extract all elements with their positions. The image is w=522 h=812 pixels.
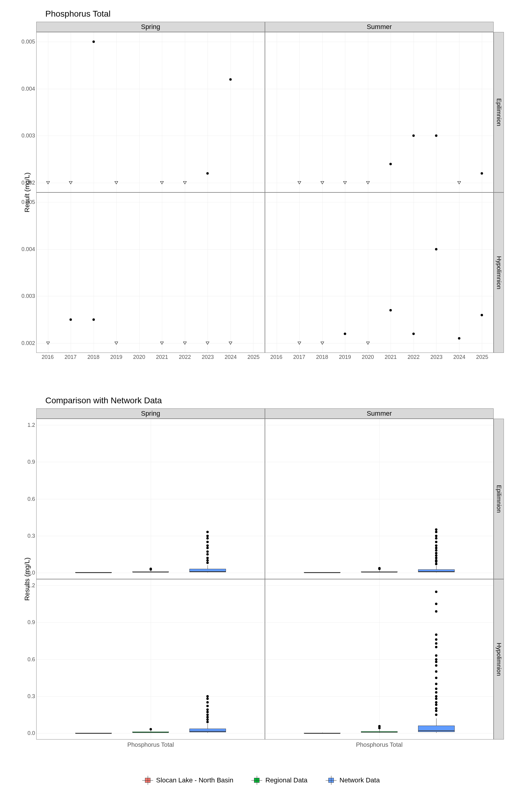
chart1-panel-summer-epi	[265, 32, 494, 192]
outlier-marker	[206, 697, 209, 700]
nondetect-marker	[298, 342, 301, 345]
outlier-marker	[435, 591, 437, 593]
outlier-marker	[206, 711, 209, 713]
chart1-panel-spring-hypo: 0.0020.0030.0040.005	[36, 192, 265, 353]
outlier-marker	[435, 633, 437, 636]
boxplot-box	[189, 729, 226, 732]
chart2-panel-summer-hypo	[265, 579, 494, 739]
outlier-marker	[435, 670, 437, 673]
detect-marker	[389, 309, 392, 311]
legend: Slocan Lake - North BasinRegional DataNe…	[18, 776, 504, 784]
chart2-panel-summer-epi	[265, 419, 494, 579]
outlier-marker	[435, 658, 437, 661]
outlier-marker	[378, 567, 381, 569]
outlier-marker	[206, 559, 209, 562]
outlier-marker	[435, 710, 437, 712]
outlier-marker	[206, 562, 209, 564]
outlier-marker	[435, 535, 437, 537]
boxplot-box	[132, 732, 169, 733]
boxplot-box	[304, 733, 340, 733]
outlier-marker	[435, 549, 437, 552]
nondetect-marker	[115, 342, 118, 345]
detect-marker	[435, 248, 437, 250]
outlier-marker	[435, 661, 437, 663]
boxplot-box	[75, 572, 112, 573]
outlier-marker	[435, 563, 437, 565]
chart2-rowstrip-hypo: Hypolimnion	[494, 579, 504, 739]
detect-marker	[93, 319, 95, 321]
outlier-marker	[435, 691, 437, 694]
outlier-marker	[206, 541, 209, 543]
detect-marker	[93, 40, 95, 43]
outlier-marker	[435, 537, 437, 540]
outlier-marker	[435, 683, 437, 685]
outlier-marker	[206, 716, 209, 718]
chart2-panel-spring-epi: 0.00.30.60.91.2	[36, 419, 265, 579]
detect-marker	[69, 319, 72, 321]
outlier-marker	[206, 531, 209, 533]
outlier-marker	[206, 553, 209, 555]
chart1-rowstrip-hypo: Hypolimnion	[494, 192, 504, 353]
chart-phosphorus-total: Phosphorus Total Result (mg/L) Spring Su…	[18, 9, 504, 371]
detect-marker	[229, 78, 232, 81]
legend-label: Regional Data	[265, 776, 307, 784]
chart1-panel-summer-hypo	[265, 192, 494, 353]
chart1-rowstrip-epi: Epilimnion	[494, 32, 504, 192]
nondetect-marker	[183, 181, 187, 184]
outlier-marker	[435, 603, 437, 605]
outlier-marker	[435, 713, 437, 716]
legend-item: Network Data	[326, 776, 380, 784]
boxplot-box	[418, 726, 455, 732]
outlier-marker	[206, 705, 209, 707]
outlier-marker	[206, 544, 209, 547]
chart2-colstrip-summer: Summer	[265, 408, 494, 419]
legend-item: Slocan Lake - North Basin	[142, 776, 234, 784]
nondetect-marker	[46, 181, 50, 184]
detect-marker	[344, 332, 346, 335]
nondetect-marker	[343, 181, 347, 184]
nondetect-marker	[321, 342, 324, 345]
nondetect-marker	[206, 342, 209, 345]
chart1-title: Phosphorus Total	[45, 9, 504, 19]
outlier-marker	[435, 610, 437, 613]
boxplot-box	[189, 569, 226, 572]
nondetect-marker	[366, 342, 370, 345]
outlier-marker	[206, 713, 209, 716]
detect-marker	[389, 163, 392, 165]
nondetect-marker	[229, 342, 232, 345]
outlier-marker	[206, 550, 209, 553]
legend-item: Regional Data	[251, 776, 307, 784]
chart1-colstrip-summer: Summer	[265, 22, 494, 32]
chart2-panel-spring-hypo: 0.00.30.60.91.2	[36, 579, 265, 739]
nondetect-marker	[321, 181, 324, 184]
chart2-colstrip-spring: Spring	[36, 408, 265, 419]
nondetect-marker	[46, 342, 50, 345]
nondetect-marker	[183, 342, 187, 345]
chart1-panel-spring-epi: 0.0020.0030.0040.005	[36, 32, 265, 192]
detect-marker	[458, 337, 460, 340]
chart2-title: Comparison with Network Data	[45, 396, 504, 405]
outlier-marker	[435, 638, 437, 641]
detect-marker	[412, 135, 415, 137]
outlier-marker	[149, 728, 152, 730]
outlier-marker	[435, 528, 437, 531]
outlier-marker	[435, 541, 437, 543]
boxplot-box	[304, 572, 340, 573]
outlier-marker	[435, 677, 437, 679]
detect-marker	[481, 172, 483, 175]
outlier-marker	[206, 547, 209, 549]
boxplot-box	[75, 733, 112, 733]
outlier-marker	[435, 688, 437, 690]
outlier-marker	[435, 704, 437, 706]
legend-label: Network Data	[340, 776, 380, 784]
nondetect-marker	[160, 181, 164, 184]
outlier-marker	[435, 697, 437, 700]
detect-marker	[206, 172, 209, 175]
boxplot-box	[361, 571, 398, 572]
outlier-marker	[435, 557, 437, 559]
chart2-rowstrip-epi: Epilimnion	[494, 419, 504, 579]
chart2-ylabel: Results (mg/L)	[18, 419, 36, 739]
nondetect-marker	[366, 181, 370, 184]
chart1-ylabel: Result (mg/L)	[18, 32, 36, 353]
outlier-marker	[435, 707, 437, 710]
